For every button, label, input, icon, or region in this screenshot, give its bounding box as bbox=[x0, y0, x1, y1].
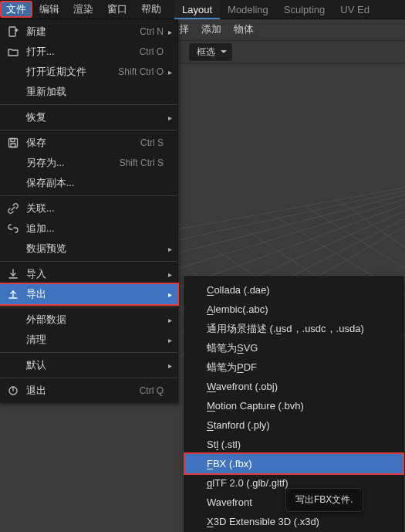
menu-item[interactable]: 保存Ctrl S bbox=[0, 133, 177, 153]
menu-item-label: 保存副本... bbox=[22, 177, 164, 190]
svg-line-4 bbox=[177, 199, 405, 269]
chevron-right-icon: ▸ bbox=[164, 361, 171, 370]
menu-item-label: 清理 bbox=[22, 334, 164, 347]
menu-item[interactable]: 默认▸ bbox=[0, 355, 177, 375]
submenu-item[interactable]: 蜡笔为PDF bbox=[185, 357, 403, 377]
submenu-item[interactable]: Alembic(.abc) bbox=[185, 300, 403, 319]
submenu-item[interactable]: Collada (.dae) bbox=[185, 280, 403, 300]
submenu-item[interactable]: X3D Extensible 3D (.x3d) bbox=[185, 512, 403, 531]
blank-icon bbox=[5, 65, 22, 79]
submenu-item[interactable]: FBX (.fbx) bbox=[185, 454, 403, 473]
workspace-tab-modeling[interactable]: Modeling bbox=[220, 0, 276, 19]
submenu-item[interactable]: Motion Capture (.bvh) bbox=[185, 396, 403, 415]
submenu-item-label: Stl (.stl) bbox=[207, 439, 392, 450]
topbar: 文件 编辑 渲染 窗口 帮助 Layout Modeling Sculpting… bbox=[0, 0, 405, 19]
menu-item-label: 打开... bbox=[22, 46, 140, 59]
menu-separator bbox=[0, 195, 177, 196]
quit-icon bbox=[5, 384, 22, 398]
blank-icon bbox=[5, 156, 22, 170]
menu-item-label: 关联... bbox=[22, 202, 164, 215]
menu-item[interactable]: 导入▸ bbox=[0, 264, 177, 284]
menu-item-shortcut: Shift Ctrl O bbox=[118, 66, 164, 77]
menu-item[interactable]: 新建Ctrl N▸ bbox=[0, 22, 177, 42]
menu-separator bbox=[0, 307, 177, 307]
menu-separator bbox=[0, 261, 177, 262]
menu-item-label: 导出 bbox=[22, 288, 164, 301]
blank-icon bbox=[5, 110, 22, 124]
submenu-item-label: Alembic(.abc) bbox=[207, 303, 392, 315]
svg-rect-18 bbox=[11, 144, 15, 147]
submenu-item[interactable]: 通用场景描述 (.usd，.usdc，.usda) bbox=[185, 319, 403, 338]
workspace-tab-sculpting[interactable]: Sculpting bbox=[276, 0, 332, 19]
menu-item-label: 保存 bbox=[22, 137, 140, 150]
menu-item-label: 另存为... bbox=[22, 157, 120, 170]
blank-icon bbox=[5, 242, 22, 256]
menu-item-shortcut: Ctrl N bbox=[140, 26, 164, 37]
link-icon bbox=[5, 202, 22, 215]
menu-item-label: 导入 bbox=[22, 268, 164, 281]
menu-item-shortcut: Ctrl Q bbox=[140, 385, 164, 396]
submenu-item-label: 蜡笔为SVG bbox=[207, 341, 392, 355]
menu-item-label: 退出 bbox=[22, 385, 140, 398]
workspace-tab-uv[interactable]: UV Ed bbox=[332, 0, 377, 19]
menu-item-shortcut: Shift Ctrl S bbox=[120, 158, 164, 168]
menu-item-shortcut: Ctrl S bbox=[140, 137, 164, 148]
menu-help[interactable]: 帮助 bbox=[134, 2, 168, 17]
menu-separator bbox=[0, 130, 177, 130]
folder-open-icon bbox=[5, 45, 22, 59]
menu-item[interactable]: 追加... bbox=[0, 219, 177, 239]
menu-item[interactable]: 重新加载 bbox=[0, 82, 177, 102]
menu-item[interactable]: 打开...Ctrl O bbox=[0, 42, 177, 62]
menu-separator bbox=[0, 378, 177, 378]
menu-item[interactable]: 外部数据▸ bbox=[0, 310, 177, 330]
menu-item[interactable]: 数据预览▸ bbox=[0, 239, 177, 259]
submenu-item[interactable]: Stl (.stl) bbox=[185, 435, 403, 454]
menu-file[interactable]: 文件 bbox=[0, 1, 32, 18]
menu-window[interactable]: 窗口 bbox=[100, 2, 134, 17]
file-menu-dropdown: 新建Ctrl N▸打开...Ctrl O打开近期文件Shift Ctrl O▸重… bbox=[0, 19, 178, 403]
menu-item[interactable]: 打开近期文件Shift Ctrl O▸ bbox=[0, 62, 177, 82]
menu-item[interactable]: 关联... bbox=[0, 198, 177, 219]
append-icon bbox=[5, 222, 22, 236]
workspace-tabs: Layout Modeling Sculpting UV Ed bbox=[174, 0, 377, 19]
menu-item-label: 恢复 bbox=[22, 111, 164, 124]
blank-icon bbox=[5, 85, 22, 99]
menu-item[interactable]: 退出Ctrl Q bbox=[0, 381, 177, 401]
menu-item[interactable]: 保存副本... bbox=[0, 173, 177, 193]
chevron-right-icon: ▸ bbox=[164, 290, 171, 299]
submenu-item-label: FBX (.fbx) bbox=[207, 458, 392, 469]
submenu-item-label: Wavefront (.obj) bbox=[207, 381, 392, 392]
submenu-item[interactable]: Stanford (.ply) bbox=[185, 415, 403, 435]
submenu-item[interactable]: 蜡笔为SVG bbox=[185, 338, 403, 357]
menu-item-label: 追加... bbox=[22, 222, 164, 236]
file-new-icon bbox=[5, 25, 22, 39]
menu-render[interactable]: 渲染 bbox=[66, 2, 100, 17]
svg-line-13 bbox=[306, 207, 405, 269]
header-item-object[interactable]: 物体 bbox=[234, 23, 254, 36]
svg-rect-16 bbox=[9, 139, 18, 147]
blank-icon bbox=[5, 358, 22, 372]
save-icon bbox=[5, 136, 22, 150]
menu-item[interactable]: 导出▸ bbox=[0, 284, 177, 304]
workspace-tab-layout[interactable]: Layout bbox=[174, 0, 220, 19]
blank-icon bbox=[5, 313, 22, 327]
menu-item-label: 打开近期文件 bbox=[22, 66, 118, 79]
menu-item[interactable]: 另存为...Shift Ctrl S bbox=[0, 153, 177, 173]
submenu-item-label: 通用场景描述 (.usd，.usdc，.usda) bbox=[207, 322, 392, 336]
menu-item-label: 重新加载 bbox=[22, 86, 164, 99]
header-item-select[interactable]: 择 bbox=[179, 23, 189, 36]
svg-rect-17 bbox=[11, 139, 15, 142]
menu-item[interactable]: 清理▸ bbox=[0, 330, 177, 350]
export-icon bbox=[5, 287, 22, 301]
submenu-item[interactable]: Wavefront (.obj) bbox=[185, 377, 403, 396]
submenu-item-label: X3D Extensible 3D (.x3d) bbox=[207, 516, 392, 527]
chevron-right-icon: ▸ bbox=[164, 245, 171, 253]
menu-edit[interactable]: 编辑 bbox=[32, 2, 66, 17]
submenu-item-label: Stanford (.ply) bbox=[207, 419, 392, 431]
menu-item-shortcut: Ctrl O bbox=[140, 46, 164, 57]
header-item-add[interactable]: 添加 bbox=[201, 23, 221, 36]
select-mode-label: 框选 bbox=[197, 46, 215, 57]
menu-item-label: 外部数据 bbox=[22, 313, 164, 327]
select-mode-dropdown[interactable]: 框选 bbox=[188, 42, 233, 62]
menu-item[interactable]: 恢复▸ bbox=[0, 107, 177, 127]
